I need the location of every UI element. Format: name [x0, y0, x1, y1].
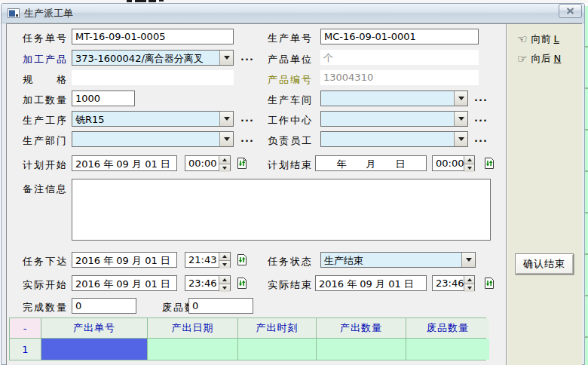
task-no-label: 任务单号	[23, 32, 68, 45]
chevron-down-icon[interactable]	[219, 132, 233, 146]
column-header[interactable]: 废品数量	[406, 318, 489, 338]
output-cell[interactable]	[406, 339, 489, 360]
spin-down-button[interactable]	[219, 164, 230, 172]
spin-down-button[interactable]	[219, 284, 230, 292]
task-issue-label: 任务下达	[23, 255, 68, 268]
task-issue-date[interactable]: 2016 年 09 月 01 日	[72, 252, 177, 268]
chevron-down-icon[interactable]	[454, 112, 467, 126]
actual-end-time[interactable]: 23:46	[432, 275, 475, 291]
dept-label: 生产部门	[23, 134, 68, 148]
process-dropdown[interactable]: 铣R15	[72, 111, 234, 127]
spin-down-button[interactable]	[464, 164, 474, 172]
work-center-label: 工作中心	[268, 114, 313, 127]
spec-label: 规 格	[23, 73, 68, 87]
refresh-button[interactable]	[482, 276, 495, 290]
actual-start-date[interactable]: 2016 年 09 月 01 日	[72, 275, 177, 291]
plan-start-time[interactable]: 00:00	[185, 155, 231, 171]
spin-up-button[interactable]	[464, 156, 474, 164]
product-dropdown[interactable]: 373-1600042/离合器分离叉	[72, 50, 234, 66]
nav-forward[interactable]: ☜ 向前 L	[517, 32, 559, 46]
qty-input[interactable]	[72, 90, 135, 106]
actual-start-time[interactable]: 23:46	[185, 275, 231, 291]
prod-no-input[interactable]	[320, 29, 479, 44]
plan-start-date[interactable]: 2016 年 09 月 01 日	[72, 155, 177, 171]
remark-label: 备注信息	[23, 182, 68, 196]
work-center-value	[321, 112, 454, 126]
work-center-dropdown[interactable]	[320, 111, 468, 127]
screen: 生产派工单 任务单号 加工产品 373-1600042/离合器分离叉 ... 规…	[0, 0, 588, 365]
refresh-icon	[483, 277, 495, 290]
column-header[interactable]: 产出日期	[148, 318, 237, 338]
spin-down-button[interactable]	[464, 284, 474, 292]
chevron-down-icon[interactable]	[219, 112, 233, 126]
column-header[interactable]: 产出单号	[41, 318, 147, 338]
plan-end-date[interactable]: 年 月 日	[315, 155, 427, 171]
refresh-icon	[483, 157, 495, 170]
plan-end-time[interactable]: 00:00	[432, 155, 475, 171]
spin-up-button[interactable]	[219, 253, 230, 260]
chevron-down-icon[interactable]	[454, 91, 467, 106]
output-table: - 产出单号 产出日期 产出时刻 产出数量 废品数量 1	[9, 317, 486, 360]
refresh-icon	[236, 253, 248, 266]
work-center-more-button[interactable]: ...	[474, 112, 488, 124]
process-more-button[interactable]: ...	[240, 112, 254, 124]
spin-up-button[interactable]	[219, 156, 230, 164]
plan-start-label: 计划开始	[23, 158, 68, 172]
nav-forward-label: 向前 L	[531, 32, 559, 46]
column-header[interactable]: 产出数量	[317, 318, 406, 338]
output-cell[interactable]	[238, 339, 316, 360]
done-qty-input[interactable]	[72, 298, 136, 314]
output-cell[interactable]	[317, 339, 406, 360]
spin-up-button[interactable]	[464, 276, 474, 284]
task-status-dropdown[interactable]: 生产结束	[320, 252, 476, 268]
output-cell-selected[interactable]	[41, 339, 147, 360]
nav-backward-label: 向后 N	[531, 52, 561, 66]
nav-backward[interactable]: ☞ 向后 N	[517, 52, 561, 66]
dept-more-button[interactable]: ...	[240, 133, 254, 144]
confirm-end-button[interactable]: 确认结束	[515, 253, 574, 275]
refresh-button[interactable]	[235, 253, 248, 266]
spin-down-button[interactable]	[219, 260, 230, 268]
done-qty-label: 完成数量	[23, 301, 68, 314]
table-corner-header[interactable]: -	[10, 318, 41, 338]
employee-dropdown[interactable]	[320, 131, 468, 147]
time-value: 00:00	[433, 156, 464, 170]
product-code-field: 13004310	[320, 70, 479, 85]
actual-end-date[interactable]: 2016 年 09 月 01 日	[315, 275, 427, 291]
spec-field[interactable]	[72, 70, 234, 85]
column-header[interactable]: 产出时刻	[238, 318, 316, 338]
window-icon	[8, 8, 20, 18]
chevron-down-icon[interactable]	[219, 51, 233, 65]
task-no-input[interactable]	[72, 29, 234, 44]
product-more-button[interactable]: ...	[240, 51, 254, 63]
output-cell[interactable]	[148, 339, 237, 360]
time-value: 23:46	[185, 276, 219, 290]
chevron-down-icon[interactable]	[454, 132, 467, 146]
title-bar[interactable]: 生产派工单	[2, 4, 584, 23]
unit-field: 个	[320, 50, 479, 65]
close-button[interactable]	[559, 4, 582, 18]
time-value: 23:46	[433, 276, 464, 290]
row-number[interactable]: 1	[10, 339, 41, 360]
refresh-icon	[236, 277, 248, 290]
workshop-dropdown[interactable]	[320, 90, 468, 106]
refresh-button[interactable]	[235, 276, 248, 290]
process-label: 生产工序	[23, 114, 68, 127]
workshop-label: 生产车间	[268, 94, 313, 107]
spin-up-button[interactable]	[219, 276, 230, 284]
dept-dropdown[interactable]	[72, 131, 234, 147]
refresh-button[interactable]	[235, 156, 248, 170]
remark-textarea[interactable]	[72, 179, 491, 241]
employee-more-button[interactable]: ...	[474, 133, 488, 144]
actual-end-label: 实际结束	[268, 278, 313, 292]
task-issue-time[interactable]: 21:43	[185, 252, 231, 268]
time-value: 00:00	[185, 156, 219, 170]
hand-right-icon: ☞	[517, 54, 527, 65]
chevron-down-icon[interactable]	[461, 253, 475, 267]
plan-end-label: 计划结束	[268, 158, 313, 172]
refresh-button[interactable]	[482, 156, 495, 170]
workshop-more-button[interactable]: ...	[474, 92, 488, 103]
task-status-label: 任务状态	[268, 255, 313, 268]
qty-label: 加工数量	[23, 94, 68, 107]
scrap-qty-input[interactable]	[188, 298, 253, 314]
